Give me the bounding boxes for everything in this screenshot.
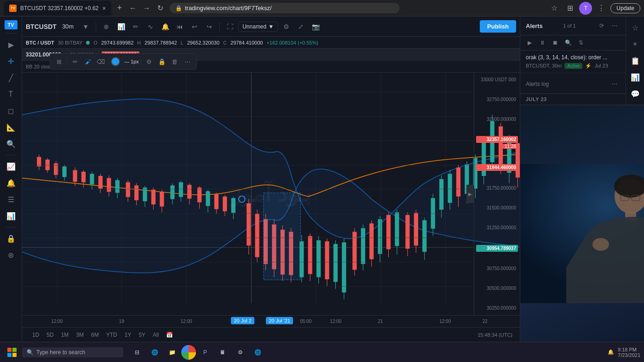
time-5d[interactable]: 5D [44,331,56,339]
time-5y[interactable]: 5Y [136,331,148,339]
time-1d[interactable]: 1D [29,331,42,339]
right-icon-1[interactable]: ☆ [628,20,643,35]
right-icon-5[interactable]: 💬 [628,86,643,101]
profile-button[interactable]: T [579,2,592,15]
taskbar-app-calculator[interactable]: 🖩 [214,344,231,361]
draw-more[interactable]: ⋯ [182,56,194,68]
sidebar-icon-measure[interactable]: 📐 [4,120,18,135]
settings-toolbar-button[interactable]: ⚙ [280,20,293,33]
draw-brush[interactable]: 🖌 [82,56,94,68]
timeframe-dropdown[interactable]: ▼ [79,20,92,33]
compare-button[interactable]: ⊕ [100,20,113,33]
draw-sep-2 [109,57,109,66]
taskbar-app-browser2[interactable]: 🌐 [249,344,266,361]
update-button[interactable]: Update [610,3,640,13]
drawing-tools-button[interactable]: ✏ [129,20,142,33]
alert-play[interactable]: ▶ [524,37,535,48]
layout-name[interactable]: Unnamed ▼ [238,22,278,32]
taskbar-app-chrome[interactable] [181,345,196,360]
expand-button[interactable]: ⤢ [294,20,307,33]
address-bar[interactable]: 🔒 tradingview.com/chart/9F7Teksz/ [170,3,400,13]
alerts-refresh[interactable]: ⟳ [596,20,607,31]
fullscreen-button[interactable]: ⛶ [224,20,236,33]
browser-nav: ← → ↻ [127,3,166,14]
sidebar-icon-draw[interactable]: ╱ [4,70,18,85]
time-3m[interactable]: 3M [73,331,86,339]
price-tick-9: 30750.000000 [476,266,518,271]
alert-pause[interactable]: ⏸ [537,37,548,48]
time-1y[interactable]: 1Y [122,331,134,339]
bookmark-button[interactable]: ☆ [548,2,561,15]
svg-rect-93 [439,179,443,210]
time-all[interactable]: All [150,331,161,339]
svg-rect-41 [214,194,218,209]
reload-button[interactable]: ↻ [155,3,166,14]
alert-entry-1[interactable]: orak (3, 3, 14, 14, close): order ... BT… [520,51,626,73]
right-icon-3[interactable]: 📋 [628,53,643,68]
alert-stop[interactable]: ⏹ [550,37,561,48]
forward-button[interactable]: → [141,3,152,14]
svg-rect-124 [12,353,17,357]
draw-pencil[interactable]: ✏ [69,56,81,68]
sidebar-icon-shapes[interactable]: ◻ [4,103,18,118]
alerts-button[interactable]: 🔔 [159,20,172,33]
draw-color-primary[interactable] [111,57,120,66]
alert-search[interactable]: 🔍 [563,37,574,48]
sidebar-icon-indicators[interactable]: 📈 [4,159,18,174]
chart-canvas[interactable]: بـود آموز [22,73,520,315]
taskbar-search[interactable]: 🔍 Type here to search [22,347,123,357]
replay-button[interactable]: ⏮ [173,20,186,33]
chart-type-button[interactable]: 📊 [115,20,127,33]
sidebar-icon-text[interactable]: T [4,87,18,102]
svg-rect-67 [325,241,329,279]
draw-magnet[interactable]: ⊞ [53,56,65,68]
time-calendar[interactable]: 📅 [163,331,176,339]
browser-tab[interactable]: TV BTCUSDT 32357.160002 +0.62 × [4,1,111,16]
draw-delete[interactable]: 🗑 [169,56,181,68]
panel-collapse-button[interactable]: ▶ [466,185,474,203]
back-button[interactable]: ← [127,3,138,14]
taskbar-app-edge[interactable]: 🌐 [146,344,163,361]
sidebar-icon-filter[interactable]: ⊛ [4,248,18,262]
publish-button[interactable]: Publish [480,20,516,33]
undo-button[interactable]: ↩ [188,20,201,33]
alerts-more[interactable]: ⋯ [609,20,620,31]
alerts-log-more[interactable]: ⋯ [609,79,620,90]
time-ytd[interactable]: YTD [104,331,120,339]
sidebar-icon-alerts[interactable]: 🔔 [4,175,18,190]
sidebar-icon-data[interactable]: 📊 [4,209,18,223]
snapshot-button[interactable]: 📷 [309,20,322,33]
taskbar-app-premiere[interactable]: P [197,344,213,361]
taskbar-app-explorer[interactable]: 📁 [164,344,180,361]
extensions-button[interactable]: ⊞ [564,2,576,15]
right-icon-4[interactable]: 📊 [628,70,643,85]
sidebar-icon-watchlist[interactable]: ☰ [4,192,18,207]
taskbar-notifications[interactable]: 🔔 [608,349,614,355]
time-1m[interactable]: 1M [58,331,72,339]
symbol-info: BTCUSDT 30m ▼ [26,20,92,33]
taskbar-app-settings[interactable]: ⚙ [232,344,248,361]
draw-lock[interactable]: 🔒 [156,56,168,68]
redo-button[interactable]: ↪ [203,20,216,33]
start-button[interactable] [4,344,20,361]
indicators-button[interactable]: ∿ [144,20,157,33]
tab-close-button[interactable]: × [102,5,106,12]
taskbar-right: 🔔 9:18 PM7/23/2021 [608,347,640,358]
browser-actions: ☆ ⊞ T ⋮ Update [548,2,640,15]
new-tab-button[interactable]: + [115,3,124,13]
settings-button[interactable]: ⋮ [595,2,608,15]
sidebar-icon-crosshair[interactable]: ✛ [4,54,18,68]
sidebar-icon-lock[interactable]: 🔒 [4,231,18,246]
sidebar-icon-zoom[interactable]: 🔍 [4,136,18,151]
time-6m[interactable]: 6M [88,331,102,339]
alert-sort[interactable]: ⇅ [575,37,586,48]
right-icon-2[interactable]: ⌖ [628,37,643,51]
taskbar-app-taskview[interactable]: ⊟ [129,344,145,361]
draw-eraser[interactable]: ⌫ [95,56,107,68]
symbol-name[interactable]: BTCUSDT [26,23,57,30]
draw-settings[interactable]: ⚙ [143,56,155,68]
svg-rect-121 [7,348,12,352]
timeframe-button[interactable]: 30m [59,22,76,31]
alerts-title: Alerts [526,23,543,29]
sidebar-icon-cursor[interactable]: ▶ [4,37,18,52]
